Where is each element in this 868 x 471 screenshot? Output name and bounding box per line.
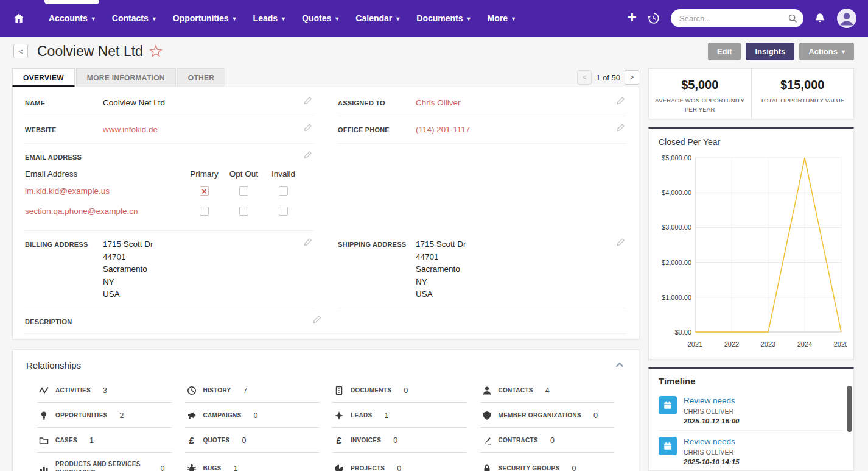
field-label: EMAIL ADDRESS (25, 151, 103, 163)
main-column: OVERVIEW MORE INFORMATION OTHER < 1 of 5… (12, 68, 639, 471)
relationship-count: 0 (254, 411, 258, 420)
tab-other[interactable]: OTHER (177, 68, 226, 87)
relationship-security-groups[interactable]: SECURITY GROUPS0 (480, 453, 615, 471)
calendar-icon (659, 396, 677, 414)
nav-item-more[interactable]: More▾ (479, 0, 523, 37)
quick-create-button[interactable]: + (628, 9, 637, 27)
relationship-label: CASES (55, 436, 77, 445)
relationship-contracts[interactable]: CONTRACTS0 (480, 428, 615, 453)
actions-button[interactable]: Actions ▾ (799, 43, 854, 60)
relationship-campaigns[interactable]: CAMPAIGNS0 (185, 403, 320, 428)
relationship-documents[interactable]: DOCUMENTS0 (332, 378, 467, 403)
edit-pencil-icon[interactable] (303, 238, 312, 247)
bell-icon (814, 12, 826, 24)
timeline-entry-link[interactable]: Review needs (684, 396, 739, 405)
primary-checkbox[interactable]: × (200, 186, 209, 196)
relationship-count: 0 (572, 464, 576, 471)
relationship-invoices[interactable]: £INVOICES0 (332, 428, 467, 453)
nav-item-label: Documents (416, 13, 463, 23)
relationship-history[interactable]: HISTORY7 (185, 378, 320, 403)
global-search (671, 9, 803, 27)
relationship-products-and-services[interactable]: PRODUCTS AND SERVICES PURCHASED0 (37, 453, 172, 471)
edit-pencil-icon[interactable] (312, 315, 321, 324)
notifications-button[interactable] (814, 12, 826, 24)
edit-pencil-icon[interactable] (303, 123, 312, 132)
timeline-entry-link[interactable]: Review needs (684, 437, 739, 446)
projects-icon (334, 464, 344, 471)
nav-item-label: Quotes (302, 13, 331, 23)
chevron-up-icon[interactable] (614, 359, 625, 370)
home-button[interactable] (11, 0, 27, 37)
relationship-projects[interactable]: PROJECTS0 (332, 453, 467, 471)
relationship-opportunities[interactable]: OPPORTUNITIES2 (37, 403, 172, 428)
caret-down-icon: ▾ (153, 15, 156, 22)
edit-pencil-icon[interactable] (616, 238, 625, 247)
phone-link[interactable]: (114) 201-1117 (416, 124, 626, 136)
email-row: im.kid.kid@example.us × (25, 183, 313, 199)
relationship-bugs[interactable]: BUGS1 (185, 453, 320, 471)
email-table-header: Email Address Primary Opt Out Invalid (25, 169, 313, 179)
opportunity-stats-card: $5,000 AVERAGE WON OPPORTUNITY PER YEAR … (648, 68, 854, 119)
nav-actions: + (628, 8, 857, 29)
caret-down-icon: ▾ (335, 15, 338, 22)
svg-text:2025: 2025 (834, 341, 847, 348)
nav-item-opportunities[interactable]: Opportunities▾ (164, 0, 245, 37)
nav-item-calendar[interactable]: Calendar▾ (347, 0, 408, 37)
edit-pencil-icon[interactable] (616, 123, 625, 132)
relationship-count: 0 (404, 386, 408, 395)
back-button[interactable]: < (13, 44, 28, 58)
primary-checkbox[interactable] (200, 207, 209, 216)
relationship-count: 1 (234, 464, 238, 471)
timeline-card: Timeline Review needs CHRIS OLLIVER 2025… (648, 367, 854, 471)
insights-button[interactable]: Insights (746, 43, 794, 60)
relationship-quotes[interactable]: £QUOTES0 (185, 428, 320, 453)
invalid-checkbox[interactable] (279, 186, 288, 196)
search-icon[interactable] (788, 13, 797, 23)
caret-down-icon: ▾ (842, 48, 845, 55)
relationship-leads[interactable]: LEADS1 (332, 403, 467, 428)
caret-down-icon: ▾ (467, 15, 471, 22)
email-address-link[interactable]: im.kid.kid@example.us (25, 186, 184, 196)
invalid-checkbox[interactable] (279, 207, 288, 216)
stat-average-won: $5,000 AVERAGE WON OPPORTUNITY PER YEAR (649, 69, 751, 119)
optout-checkbox[interactable] (239, 207, 248, 216)
edit-pencil-icon[interactable] (303, 151, 312, 160)
relationship-label: CONTACTS (499, 386, 533, 395)
leads-icon (334, 411, 344, 420)
assigned-user-link[interactable]: Chris Olliver (416, 97, 626, 109)
timeline-scrollbar[interactable] (847, 386, 852, 432)
relationship-activities[interactable]: ACTIVITIES3 (37, 378, 172, 403)
optout-checkbox[interactable] (239, 186, 248, 196)
nav-menu: Accounts▾ Contacts▾ Opportunities▾ Leads… (40, 0, 523, 37)
next-record-button[interactable]: > (625, 70, 639, 85)
recently-viewed-button[interactable] (647, 12, 660, 25)
nav-item-leads[interactable]: Leads▾ (245, 0, 294, 37)
nav-item-quotes[interactable]: Quotes▾ (293, 0, 347, 37)
edit-pencil-icon[interactable] (616, 96, 625, 105)
field-label: OFFICE PHONE (338, 124, 416, 136)
tab-more-information[interactable]: MORE INFORMATION (76, 68, 176, 87)
website-link[interactable]: www.infokid.de (103, 124, 313, 136)
relationships-panel: Relationships ACTIVITIES3 HISTORY7 DOCUM… (12, 349, 639, 471)
field-label: SHIPPING ADDRESS (338, 238, 416, 301)
nav-item-documents[interactable]: Documents▾ (408, 0, 478, 37)
stat-label: AVERAGE WON OPPORTUNITY PER YEAR (655, 96, 745, 114)
relationship-label: LEADS (351, 411, 372, 420)
relationship-cases[interactable]: CASES1 (37, 428, 172, 453)
nav-item-contacts[interactable]: Contacts▾ (103, 0, 164, 37)
timeline-entry-user: CHRIS OLLIVER (684, 408, 739, 415)
email-address-link[interactable]: section.qa.phone@example.cn (25, 207, 184, 216)
address-line: USA (103, 288, 313, 301)
prev-record-button[interactable]: < (577, 70, 592, 85)
search-input[interactable] (671, 9, 803, 27)
relationship-contacts[interactable]: CONTACTS4 (480, 378, 615, 403)
user-menu-button[interactable] (836, 8, 857, 29)
relationship-label: BUGS (203, 464, 222, 471)
tab-overview[interactable]: OVERVIEW (12, 68, 75, 87)
edit-pencil-icon[interactable] (303, 96, 312, 105)
nav-item-accounts[interactable]: Accounts▾ (40, 0, 103, 37)
relationship-label: PRODUCTS AND SERVICES PURCHASED (55, 460, 154, 471)
favorite-star-icon[interactable] (149, 44, 163, 58)
relationship-member-organizations[interactable]: MEMBER ORGANIZATIONS0 (480, 403, 615, 428)
edit-button[interactable]: Edit (708, 43, 741, 60)
